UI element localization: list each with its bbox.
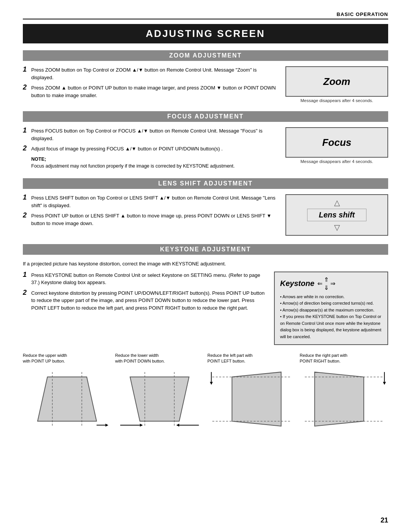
- svg-marker-9: [140, 424, 143, 427]
- focus-section: Focus Adjustment 1 Press FOCUS button on…: [23, 111, 388, 170]
- lens-shift-down-arrow: ▽: [334, 224, 340, 231]
- zoom-step-2: 2 Press ZOOM ▲ button or POINT UP button…: [23, 84, 278, 99]
- focus-section-header: Focus Adjustment: [23, 111, 388, 122]
- zoom-step-1: 1 Press ZOOM button on Top Control or ZO…: [23, 66, 278, 81]
- zoom-display: Zoom: [285, 66, 388, 97]
- keystone-down-arrow: ⇓: [324, 284, 329, 291]
- keystone-section: Keystone Adjustment If a projected pictu…: [23, 244, 388, 431]
- diagrams-row: Reduce the upper width with POINT UP but…: [23, 353, 388, 431]
- diagram-1-svg: [23, 367, 112, 431]
- diagram-4-caption: Reduce the right part with POINT RIGHT b…: [300, 353, 389, 364]
- svg-marker-21: [383, 382, 386, 385]
- section-label: Basic Operation: [23, 11, 388, 19]
- keystone-text: 1 Press KEYSTONE button on Remote Contro…: [23, 272, 274, 315]
- focus-note: NOTE; Focus adjustment may not function …: [31, 156, 278, 170]
- diagram-4: Reduce the right part with POINT RIGHT b…: [300, 353, 389, 431]
- lens-shift-image: △ Lens shift ▽: [285, 194, 388, 236]
- zoom-text: 1 Press ZOOM button on Top Control or ZO…: [23, 66, 285, 102]
- diagram-2-svg: [115, 367, 204, 431]
- diagram-3-caption: Reduce the left part with POINT LEFT but…: [207, 353, 296, 364]
- keystone-left-arrow: ⇐: [317, 280, 322, 287]
- lens-shift-section-content: 1 Press LENS SHIFT button on Top Control…: [23, 194, 388, 236]
- lens-shift-up-arrow: △: [334, 199, 340, 206]
- keystone-bullets: Arrows are white in no correction. Arrow…: [280, 294, 382, 340]
- lens-shift-section: Lens Shift Adjustment 1 Press LENS SHIFT…: [23, 178, 388, 236]
- keystone-section-header: Keystone Adjustment: [23, 244, 388, 255]
- lens-shift-text: 1 Press LENS SHIFT button on Top Control…: [23, 194, 285, 230]
- diagram-4-svg: [300, 367, 389, 431]
- focus-text: 1 Press FOCUS button on Top Control or F…: [23, 127, 285, 170]
- keystone-step-1: 1 Press KEYSTONE button on Remote Contro…: [23, 272, 266, 286]
- focus-display: Focus: [285, 127, 388, 158]
- keystone-up-arrow: ⇑: [324, 276, 329, 283]
- zoom-section-header: Zoom Adjustment: [23, 50, 388, 61]
- diagram-2-caption: Reduce the lower width with POINT DOWN b…: [115, 353, 204, 364]
- zoom-image: Zoom Message disappears after 4 seconds.: [285, 66, 388, 103]
- keystone-display: Keystone ⇐ ⇑ ⇓ ⇒: [274, 272, 388, 345]
- lens-shift-step-1: 1 Press LENS SHIFT button on Top Control…: [23, 194, 278, 209]
- page: Basic Operation Adjusting Screen Zoom Ad…: [0, 0, 411, 455]
- main-title-bar: Adjusting Screen: [23, 24, 388, 43]
- focus-section-content: 1 Press FOCUS button on Top Control or F…: [23, 127, 388, 170]
- zoom-section-content: 1 Press ZOOM button on Top Control or ZO…: [23, 66, 388, 103]
- main-title: Adjusting Screen: [23, 28, 388, 40]
- svg-marker-11: [176, 424, 179, 427]
- svg-marker-4: [105, 424, 108, 427]
- page-number: 21: [381, 516, 388, 524]
- focus-step-1: 1 Press FOCUS button on Top Control or F…: [23, 127, 278, 142]
- diagram-3: Reduce the left part with POINT LEFT but…: [207, 353, 296, 431]
- lens-shift-section-header: Lens Shift Adjustment: [23, 178, 388, 189]
- svg-marker-5: [130, 377, 189, 421]
- focus-step-2: 2 Adjust focus of image by pressing FOCU…: [23, 145, 278, 153]
- svg-marker-17: [314, 372, 363, 426]
- keystone-step-2: 2 Correct keystone distortion by pressin…: [23, 289, 266, 312]
- svg-marker-0: [38, 377, 97, 421]
- keystone-top-row: Keystone ⇐ ⇑ ⇓ ⇒: [280, 276, 382, 291]
- keystone-right-arrow: ⇒: [330, 280, 335, 287]
- keystone-intro: If a projected picture has keystone dist…: [23, 260, 388, 268]
- keystone-section-content: 1 Press KEYSTONE button on Remote Contro…: [23, 272, 388, 345]
- lens-shift-step-2: 2 Press POINT UP button or LENS SHIFT ▲ …: [23, 212, 278, 227]
- lens-shift-display: △ Lens shift ▽: [285, 194, 388, 236]
- diagram-3-svg: [207, 367, 296, 431]
- focus-image: Focus Message disappears after 4 seconds…: [285, 127, 388, 164]
- diagram-1-caption: Reduce the upper width with POINT UP but…: [23, 353, 112, 364]
- keystone-image: Keystone ⇐ ⇑ ⇓ ⇒: [274, 272, 388, 345]
- svg-marker-12: [232, 372, 281, 426]
- zoom-section: Zoom Adjustment 1 Press ZOOM button on T…: [23, 50, 388, 103]
- svg-marker-16: [210, 382, 213, 385]
- diagram-1: Reduce the upper width with POINT UP but…: [23, 353, 112, 431]
- lens-shift-label: Lens shift: [307, 209, 366, 221]
- diagram-2: Reduce the lower width with POINT DOWN b…: [115, 353, 204, 431]
